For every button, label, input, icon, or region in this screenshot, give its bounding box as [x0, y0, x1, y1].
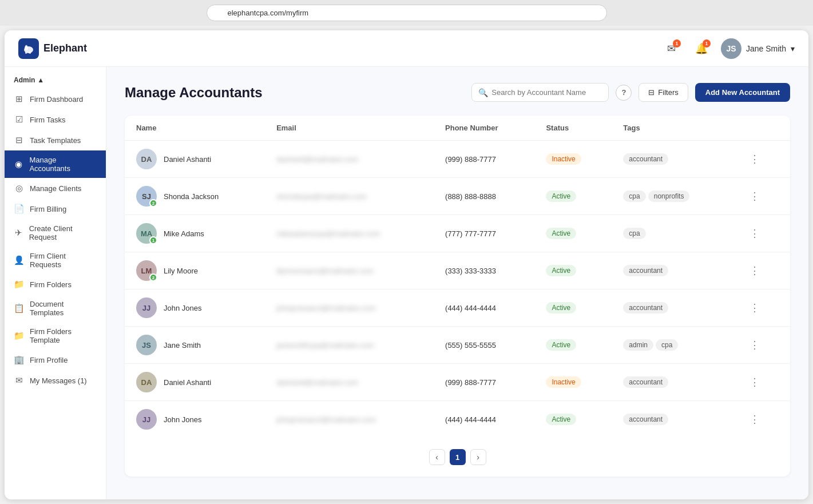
sidebar-item-firm-billing[interactable]: 📄Firm Billing [5, 199, 106, 219]
sidebar-nav: ⊞Firm Dashboard☑Firm Tasks⊟Task Template… [5, 89, 106, 391]
sidebar-item-firm-folders-template[interactable]: 📁Firm Folders Template [5, 322, 106, 350]
browser-chrome: 🔒 [0, 0, 813, 26]
cell-status: Active [534, 215, 612, 252]
row-name: Mike Adams [164, 229, 204, 238]
table-header: NameEmailPhone NumberStatusTags [125, 116, 790, 141]
cell-actions: ⋮ [733, 178, 790, 215]
status-badge: Inactive [546, 153, 581, 165]
sidebar-label-my-messages: My Messages (1) [30, 376, 87, 385]
row-more-button[interactable]: ⋮ [745, 299, 764, 316]
add-accountant-button[interactable]: Add New Accountant [695, 83, 790, 102]
sidebar-item-my-messages[interactable]: ✉My Messages (1) [5, 370, 106, 391]
cell-actions: ⋮ [733, 327, 790, 364]
row-email: mikeadamscpa@mailnator.com [276, 229, 380, 238]
user-avatar: JS [721, 38, 741, 59]
next-page-button[interactable]: › [470, 449, 486, 465]
row-email: dashanti@mailnator.com [276, 155, 358, 164]
user-menu[interactable]: JS Jane Smith ▾ [721, 38, 795, 59]
sidebar-item-firm-folders[interactable]: 📁Firm Folders [5, 274, 106, 295]
row-more-button[interactable]: ⋮ [745, 411, 764, 428]
cell-tags: accountant [612, 289, 733, 327]
avatar-badge: 1 [149, 236, 157, 244]
status-badge: Active [546, 339, 576, 351]
sidebar-label-manage-accountants: Manage Accountants [29, 156, 97, 173]
cell-phone: (444) 444-4444 [434, 289, 534, 327]
notification-button[interactable]: 🔔 1 [691, 38, 712, 59]
sidebar-item-firm-dashboard[interactable]: ⊞Firm Dashboard [5, 89, 106, 109]
row-more-button[interactable]: ⋮ [745, 262, 764, 279]
tag-nonprofits: nonprofits [648, 191, 690, 202]
header-right: ✉ 1 🔔 1 JS Jane Smith ▾ [661, 38, 795, 59]
row-more-button[interactable]: ⋮ [745, 225, 764, 242]
tag-cpa: cpa [623, 191, 645, 202]
sidebar-item-document-templates[interactable]: 📋Document Templates [5, 295, 106, 322]
mail-button[interactable]: ✉ 1 [661, 38, 682, 59]
sidebar-label-document-templates: Document Templates [30, 300, 97, 317]
row-email: johnjonesacct@mailnator.com [276, 415, 376, 424]
row-avatar: DA [136, 372, 157, 392]
sidebar-icon-firm-folders-template: 📁 [14, 331, 24, 341]
col-header-status: Status [534, 116, 612, 141]
cell-name: JSJane Smith [125, 327, 265, 364]
app-window: Elephant ✉ 1 🔔 1 JS Jane Smith ▾ Admin ▲ [5, 30, 808, 499]
cell-status: Inactive [534, 141, 612, 178]
table-row: MA1Mike Adamsmikeadamscpa@mailnator.com(… [125, 215, 790, 252]
page-number-1[interactable]: 1 [450, 449, 466, 465]
body-layout: Admin ▲ ⊞Firm Dashboard☑Firm Tasks⊟Task … [5, 67, 808, 499]
row-more-button[interactable]: ⋮ [745, 188, 764, 205]
sidebar-item-firm-tasks[interactable]: ☑Firm Tasks [5, 109, 106, 130]
row-more-button[interactable]: ⋮ [745, 374, 764, 391]
sidebar-item-firm-client-requests[interactable]: 👤Firm Client Requests [5, 247, 106, 274]
cell-email: dashanti@mailnator.com [265, 364, 434, 401]
table-row: DADaniel Ashantidashanti@mailnator.com(9… [125, 364, 790, 401]
cell-actions: ⋮ [733, 141, 790, 178]
sidebar-label-task-templates: Task Templates [30, 136, 81, 145]
cell-email: janesmithcpa@mailnator.com [265, 327, 434, 364]
sidebar-label-firm-profile: Firm Profile [30, 356, 68, 364]
status-badge: Active [546, 228, 576, 239]
cell-status: Inactive [534, 364, 612, 401]
sidebar-admin-label[interactable]: Admin ▲ [5, 74, 106, 89]
sidebar-item-manage-accountants[interactable]: ◉Manage Accountants [5, 150, 106, 178]
cell-status: Active [534, 401, 612, 438]
sidebar-icon-firm-folders: 📁 [14, 279, 24, 289]
svg-point-2 [25, 45, 27, 47]
cell-actions: ⋮ [733, 364, 790, 401]
table-row: LM2Lily Moorelilymooreacct@mailnator.com… [125, 252, 790, 289]
cell-email: johnjonesacct@mailnator.com [265, 289, 434, 327]
svg-rect-3 [25, 51, 27, 54]
row-more-button[interactable]: ⋮ [745, 150, 764, 168]
elephant-logo-icon [18, 38, 39, 59]
url-input[interactable] [207, 5, 607, 21]
sidebar-item-firm-profile[interactable]: 🏢Firm Profile [5, 350, 106, 370]
row-more-button[interactable]: ⋮ [745, 336, 764, 354]
cell-name: JJJohn Jones [125, 289, 265, 327]
row-name: Daniel Ashanti [164, 378, 211, 387]
row-email: dashanti@mailnator.com [276, 378, 358, 387]
avatar-badge: 2 [149, 199, 157, 207]
sidebar-icon-manage-clients: ◎ [14, 183, 24, 193]
sidebar-label-firm-folders-template: Firm Folders Template [30, 327, 97, 344]
sidebar-label-firm-tasks: Firm Tasks [30, 116, 66, 124]
url-bar-wrap: 🔒 [9, 5, 804, 21]
cell-tags: accountant [612, 401, 733, 438]
row-avatar: DA [136, 149, 157, 169]
sidebar-item-task-templates[interactable]: ⊟Task Templates [5, 130, 106, 150]
filters-button[interactable]: ⊟ Filters [638, 83, 688, 102]
cell-phone: (444) 444-4444 [434, 401, 534, 438]
table-row: JJJohn Jonesjohnjonesacct@mailnator.com(… [125, 289, 790, 327]
sidebar-item-create-client-request[interactable]: ✈Create Client Request [5, 219, 106, 247]
tag-cpa: cpa [623, 228, 645, 239]
sidebar-item-manage-clients[interactable]: ◎Manage Clients [5, 178, 106, 199]
cell-email: mikeadamscpa@mailnator.com [265, 215, 434, 252]
cell-name: JJJohn Jones [125, 401, 265, 438]
prev-page-button[interactable]: ‹ [429, 449, 445, 465]
search-input[interactable] [471, 83, 609, 102]
cell-phone: (777) 777-7777 [434, 215, 534, 252]
cell-email: johnjonesacct@mailnator.com [265, 401, 434, 438]
status-badge: Inactive [546, 376, 581, 388]
sidebar: Admin ▲ ⊞Firm Dashboard☑Firm Tasks⊟Task … [5, 67, 106, 499]
row-avatar: JJ [136, 297, 157, 318]
cell-tags: accountant [612, 252, 733, 289]
help-button[interactable]: ? [616, 85, 632, 101]
